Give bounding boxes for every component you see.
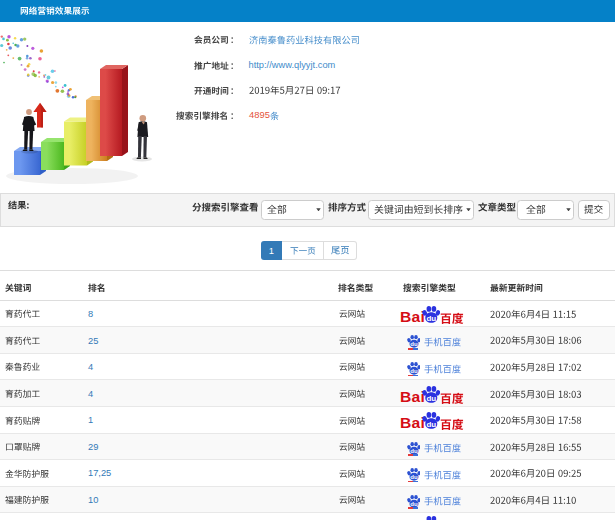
svg-text:du: du bbox=[427, 314, 437, 323]
svg-text:du: du bbox=[427, 420, 437, 429]
svg-text:du: du bbox=[410, 368, 418, 374]
svg-text:du: du bbox=[410, 501, 418, 507]
svg-text:du: du bbox=[410, 448, 418, 454]
svg-text:du: du bbox=[427, 394, 437, 403]
